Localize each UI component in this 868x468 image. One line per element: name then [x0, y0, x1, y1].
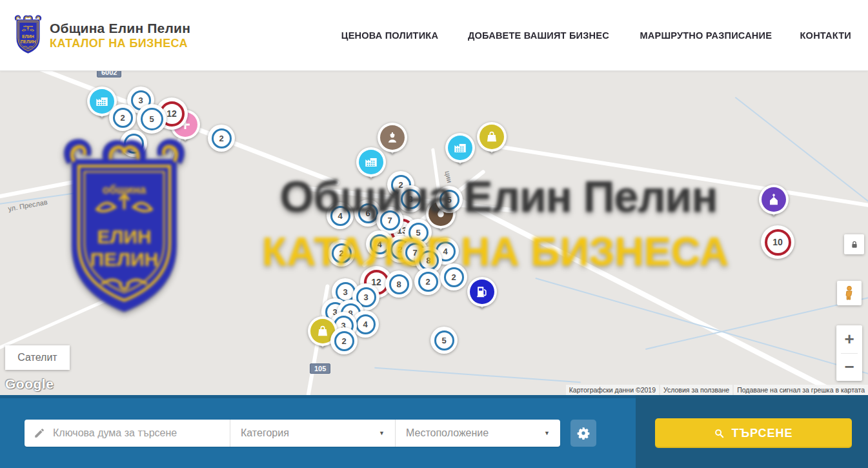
map-cluster-marker[interactable]	[120, 130, 147, 157]
search-field-group: Категория ▼ Местоположение ▼	[25, 420, 560, 447]
nav-contacts[interactable]: КОНТАКТИ	[800, 30, 851, 41]
fuel-icon	[475, 285, 489, 299]
map-pin-marker-fuel[interactable]	[467, 277, 497, 316]
keyword-field[interactable]	[25, 420, 230, 447]
map-type-satellite-button[interactable]: Сателит	[5, 345, 70, 370]
street-view-pegman-button[interactable]	[837, 281, 862, 305]
site-subtitle: КАТАЛОГ НА БИЗНЕСА	[50, 37, 190, 50]
map-markers-layer: 321252235461375422748128223338432510	[0, 71, 868, 395]
map-cluster-marker[interactable]: 2	[109, 104, 136, 131]
map-pin-marker-bag[interactable]	[477, 122, 507, 161]
map-cluster-marker[interactable]: 2	[330, 327, 358, 354]
site-title: Община Елин Пелин	[50, 21, 190, 36]
gear-icon	[576, 426, 590, 440]
map-zoom-control: + −	[836, 325, 862, 381]
chevron-down-icon: ▼	[544, 430, 550, 436]
pegman-icon	[841, 285, 858, 301]
location-dropdown-label: Местоположение	[406, 427, 489, 439]
location-dropdown[interactable]: Местоположение ▼	[395, 420, 560, 447]
map-cluster-marker[interactable]: 3	[397, 185, 424, 212]
advanced-settings-button[interactable]	[570, 420, 596, 447]
map-cluster-marker[interactable]: 5	[430, 327, 458, 354]
map-attribution: Картографски данни ©2019 Условия за полз…	[566, 385, 868, 395]
map-cluster-marker[interactable]: 2	[328, 239, 355, 267]
zoom-in-button[interactable]: +	[836, 325, 862, 353]
site-header: Община Елин Пелин КАТАЛОГ НА БИЗНЕСА ЦЕН…	[0, 0, 868, 71]
map-cluster-marker[interactable]: 5	[137, 104, 167, 134]
map-cluster-marker[interactable]: 8	[385, 270, 412, 298]
pencil-icon	[34, 427, 45, 439]
map-cluster-marker[interactable]: 2	[208, 125, 235, 152]
map-cluster-marker[interactable]: 10	[761, 225, 794, 259]
factory-icon	[364, 155, 378, 169]
map-lock-button[interactable]	[844, 234, 864, 254]
search-icon	[714, 428, 725, 439]
municipality-crest-logo	[13, 15, 43, 56]
nav-route-schedule[interactable]: МАРШРУТНО РАЗПИСАНИЕ	[640, 30, 772, 41]
bag-icon	[485, 130, 499, 144]
map-cluster-marker[interactable]: 4	[327, 202, 354, 229]
google-map[interactable]: 6002105ул. Преславбул. „Новоселции 32125…	[0, 71, 868, 395]
main-nav: ЦЕНОВА ПОЛИТИКА ДОБАВЕТЕ ВАШИЯТ БИЗНЕС М…	[338, 30, 853, 41]
bag-icon	[316, 324, 330, 338]
map-cluster-marker[interactable]: 5	[436, 186, 463, 213]
church-icon	[767, 192, 781, 207]
map-pin-marker-factory[interactable]	[356, 147, 386, 186]
worker-icon	[385, 130, 399, 145]
map-cluster-marker[interactable]: 2	[414, 268, 441, 295]
search-bar: Категория ▼ Местоположение ▼ ТЪРСЕНЕ	[0, 395, 868, 468]
map-cluster-marker[interactable]: 2	[440, 263, 467, 290]
attribution-terms-link[interactable]: Условия за ползване	[660, 385, 732, 395]
factory-icon	[95, 94, 109, 108]
map-pin-marker-church[interactable]	[759, 185, 789, 223]
attribution-copyright: Картографски данни ©2019	[566, 385, 659, 395]
google-logo[interactable]: Google	[5, 376, 54, 392]
map-cluster-marker[interactable]: 7	[376, 207, 403, 234]
nav-pricing-policy[interactable]: ЦЕНОВА ПОЛИТИКА	[341, 30, 438, 41]
nav-add-your-business[interactable]: ДОБАВЕТЕ ВАШИЯТ БИЗНЕС	[468, 30, 609, 41]
search-button[interactable]: ТЪРСЕНЕ	[655, 418, 852, 448]
lock-icon	[849, 239, 860, 250]
category-dropdown-label: Категория	[241, 427, 289, 439]
site-logo[interactable]: Община Елин Пелин КАТАЛОГ НА БИЗНЕСА	[13, 15, 190, 56]
category-dropdown[interactable]: Категория ▼	[230, 420, 395, 447]
keyword-input[interactable]	[53, 427, 221, 439]
factory-icon	[453, 141, 467, 155]
zoom-out-button[interactable]: −	[836, 354, 862, 382]
map-type-control: Карта Сателит	[5, 345, 70, 370]
search-button-label: ТЪРСЕНЕ	[731, 427, 792, 440]
chevron-down-icon: ▼	[379, 430, 385, 436]
attribution-report-error-link[interactable]: Подаване на сигнал за грешка в картата	[734, 385, 868, 395]
map-pin-marker-factory[interactable]	[445, 133, 475, 172]
